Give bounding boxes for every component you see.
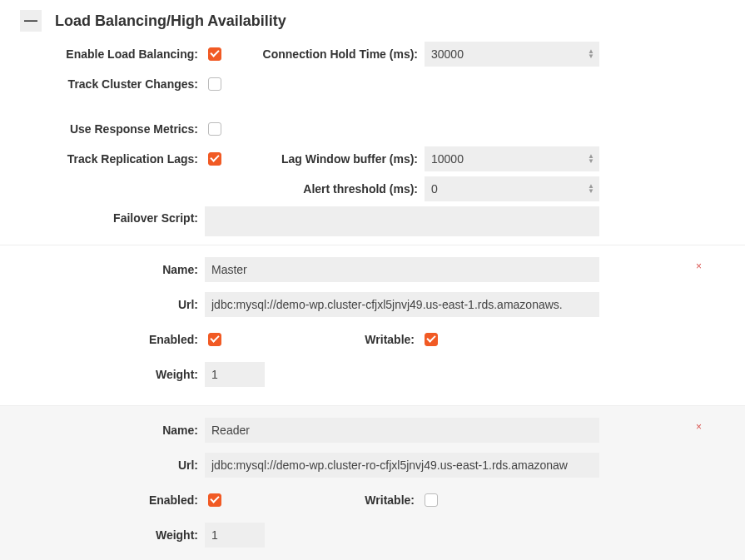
server-block: × Name: Url: Enabled: Writable: Weight: — [0, 245, 745, 405]
server-name-input[interactable] — [205, 418, 599, 443]
enable-lb-checkbox[interactable] — [208, 47, 221, 61]
alert-thresh-label: Alert threshold (ms): — [240, 182, 425, 196]
section-title: Load Balancing/High Availability — [55, 12, 286, 30]
server-writable-checkbox[interactable] — [425, 493, 438, 507]
section-header: — Load Balancing/High Availability — [0, 0, 745, 42]
failover-input[interactable] — [205, 206, 599, 236]
failover-label: Failover Script: — [0, 206, 205, 225]
lag-window-input[interactable] — [425, 146, 599, 171]
form-area: Enable Load Balancing: Connection Hold T… — [0, 42, 745, 245]
server-name-label: Name: — [0, 424, 205, 437]
track-repl-checkbox[interactable] — [208, 152, 221, 166]
server-name-label: Name: — [0, 263, 205, 276]
server-name-input[interactable] — [205, 257, 599, 282]
server-writable-label: Writable: — [240, 493, 421, 507]
server-enabled-label: Enabled: — [0, 333, 205, 346]
use-resp-checkbox[interactable] — [208, 122, 221, 136]
collapse-button[interactable]: — — [20, 10, 42, 32]
server-enabled-checkbox[interactable] — [208, 333, 221, 346]
server-enabled-label: Enabled: — [0, 493, 205, 507]
server-writable-checkbox[interactable] — [425, 333, 438, 346]
track-cluster-checkbox[interactable] — [208, 77, 221, 91]
server-url-input[interactable] — [205, 453, 599, 478]
server-weight-label: Weight: — [0, 528, 205, 542]
enable-lb-label: Enable Load Balancing: — [0, 47, 205, 61]
conn-hold-input[interactable] — [425, 42, 599, 67]
delete-server-button[interactable]: × — [696, 260, 702, 272]
server-writable-label: Writable: — [240, 333, 421, 346]
alert-thresh-input[interactable] — [425, 176, 599, 201]
server-url-label: Url: — [0, 298, 205, 311]
server-weight-label: Weight: — [0, 368, 205, 381]
delete-server-button[interactable]: × — [696, 421, 702, 433]
server-url-input[interactable] — [205, 292, 599, 317]
server-block: × Name: Url: Enabled: Writable: Weight: — [0, 405, 745, 560]
conn-hold-label: Connection Hold Time (ms): — [240, 47, 425, 61]
server-weight-input[interactable] — [205, 362, 265, 387]
server-url-label: Url: — [0, 458, 205, 472]
lag-window-label: Lag Window buffer (ms): — [240, 152, 425, 166]
server-enabled-checkbox[interactable] — [208, 493, 221, 507]
use-resp-label: Use Response Metrics: — [0, 122, 205, 136]
server-weight-input[interactable] — [205, 523, 265, 548]
track-cluster-label: Track Cluster Changes: — [0, 77, 205, 91]
track-repl-label: Track Replication Lags: — [0, 152, 205, 166]
